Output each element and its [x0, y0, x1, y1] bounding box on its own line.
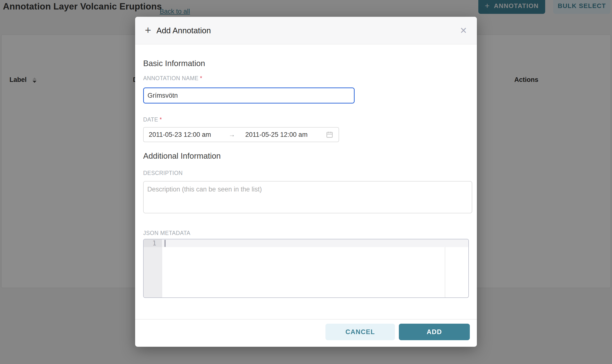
modal-title: Add Annotation	[156, 26, 211, 35]
editor-active-line	[162, 239, 468, 247]
calendar-icon	[326, 131, 333, 139]
text-cursor	[165, 240, 166, 247]
description-label: DESCRIPTION	[143, 170, 183, 176]
modal-header: + Add Annotation ✕	[135, 17, 477, 44]
line-number: 1	[144, 239, 162, 247]
additional-information-heading: Additional Information	[143, 151, 221, 161]
editor-gutter	[144, 239, 162, 298]
print-margin-line	[445, 247, 445, 298]
add-button[interactable]: ADD	[399, 324, 470, 340]
required-mark: *	[200, 75, 202, 81]
annotation-name-label: ANNOTATION NAME*	[143, 75, 202, 82]
description-textarea[interactable]	[143, 181, 472, 213]
date-start-value[interactable]: 2011-05-23 12:00 am	[149, 131, 211, 139]
close-icon[interactable]: ✕	[460, 26, 467, 35]
add-annotation-modal: + Add Annotation ✕ Basic Information ANN…	[135, 17, 477, 347]
editor-gutter-active-cell: 1	[144, 239, 162, 247]
date-range-picker[interactable]: 2011-05-23 12:00 am → 2011-05-25 12:00 a…	[143, 127, 339, 142]
screen: Annotation Layer Volcanic Eruptions Back…	[0, 0, 612, 364]
date-label: DATE*	[143, 117, 162, 123]
date-end-value[interactable]: 2011-05-25 12:00 am	[245, 131, 307, 139]
basic-information-heading: Basic Information	[143, 59, 205, 68]
arrow-right-icon: →	[228, 131, 235, 139]
annotation-name-input[interactable]	[143, 88, 355, 104]
json-metadata-editor[interactable]: 1	[143, 239, 469, 298]
footer-divider	[135, 319, 477, 320]
required-mark: *	[160, 117, 162, 123]
plus-icon: +	[145, 25, 151, 36]
cancel-button[interactable]: CANCEL	[326, 324, 395, 340]
json-metadata-label: JSON METADATA	[143, 230, 190, 236]
